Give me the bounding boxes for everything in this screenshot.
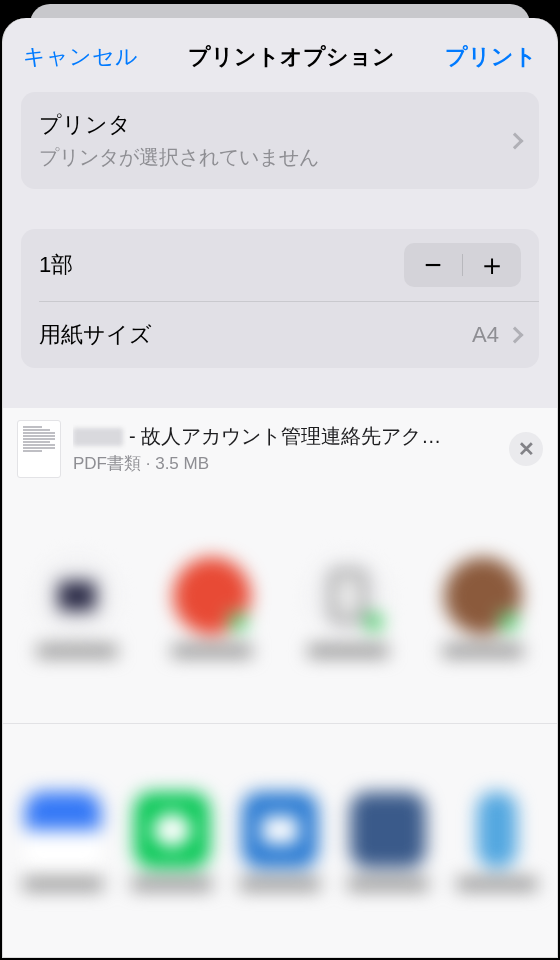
share-contacts-row — [3, 490, 557, 723]
share-app[interactable] — [230, 792, 330, 890]
close-button[interactable]: ✕ — [509, 432, 543, 466]
nav-bar: キャンセル プリントオプション プリント — [3, 18, 557, 92]
printer-status: プリンタが選択されていません — [39, 144, 509, 171]
share-app[interactable] — [13, 792, 113, 890]
file-name: - 故人アカウント管理連絡先アク… — [73, 423, 497, 450]
share-target[interactable] — [22, 557, 132, 657]
share-apps-row — [3, 724, 557, 957]
chevron-right-icon — [507, 132, 524, 149]
paper-size-value: A4 — [472, 322, 499, 348]
paper-size-row[interactable]: 用紙サイズ A4 — [21, 302, 539, 368]
share-target[interactable] — [293, 557, 403, 657]
printer-row[interactable]: プリンタ プリンタが選択されていません — [21, 92, 539, 189]
file-meta: PDF書類 · 3.5 MB — [73, 452, 497, 475]
share-target[interactable] — [157, 557, 267, 657]
chevron-right-icon — [507, 327, 524, 344]
copies-minus-button[interactable]: − — [404, 243, 462, 287]
settings-card: 1部 − ＋ 用紙サイズ A4 — [21, 229, 539, 368]
copies-stepper: − ＋ — [404, 243, 521, 287]
share-app[interactable] — [447, 792, 547, 890]
paper-size-label: 用紙サイズ — [39, 320, 472, 350]
share-app[interactable] — [121, 792, 221, 890]
share-app[interactable] — [338, 792, 438, 890]
copies-row: 1部 − ＋ — [21, 229, 539, 301]
copies-label: 1部 — [39, 250, 404, 280]
print-options-sheet: キャンセル プリントオプション プリント プリンタ プリンタが選択されていません… — [2, 18, 558, 958]
document-thumbnail-icon — [17, 420, 61, 478]
sheet-title: プリントオプション — [188, 42, 395, 72]
printer-label: プリンタ — [39, 110, 509, 140]
redacted-name — [73, 428, 123, 446]
printer-card: プリンタ プリンタが選択されていません — [21, 92, 539, 189]
cancel-button[interactable]: キャンセル — [23, 42, 138, 72]
copies-plus-button[interactable]: ＋ — [463, 243, 521, 287]
share-sheet: - 故人アカウント管理連絡先アク… PDF書類 · 3.5 MB ✕ — [3, 408, 557, 957]
file-row: - 故人アカウント管理連絡先アク… PDF書類 · 3.5 MB ✕ — [3, 408, 557, 490]
share-target[interactable] — [428, 557, 538, 657]
print-button[interactable]: プリント — [445, 42, 537, 72]
